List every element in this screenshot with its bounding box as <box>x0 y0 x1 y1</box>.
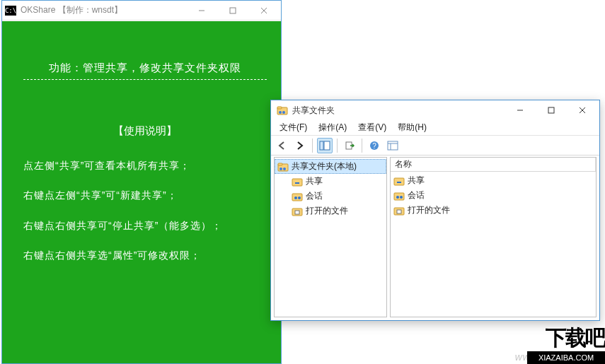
instruction-line: 右键点左侧“共享”可“新建共享”； <box>23 187 267 203</box>
list-pane[interactable]: 名称 共享 会话 <box>390 157 597 317</box>
properties-button[interactable] <box>385 138 401 153</box>
back-button[interactable] <box>274 138 289 153</box>
okshare-body: 功能：管理共享，修改共享文件夹权限 【使用说明】 点左侧“共享”可查看本机所有共… <box>2 21 281 363</box>
properties-icon <box>387 141 398 151</box>
menubar: 文件(F) 操作(A) 查看(V) 帮助(H) <box>271 120 599 136</box>
maximize-button[interactable] <box>536 102 567 118</box>
svg-rect-29 <box>295 211 299 214</box>
toolbar-separator <box>337 139 338 153</box>
open-files-icon <box>393 205 405 216</box>
svg-point-7 <box>282 111 285 114</box>
toolbar: ? <box>271 136 599 155</box>
tree-item-shares[interactable]: 共享 <box>275 174 386 189</box>
tree-root[interactable]: 共享文件夹(本地) <box>275 159 386 174</box>
divider <box>23 79 267 80</box>
menu-action[interactable]: 操作(A) <box>314 120 351 135</box>
svg-point-6 <box>279 111 282 114</box>
shares-icon <box>393 175 405 187</box>
shared-folders-titlebar[interactable]: 共享文件夹 <box>271 100 599 120</box>
tree-item-open-files[interactable]: 打开的文件 <box>275 204 386 218</box>
svg-rect-1 <box>230 8 236 13</box>
svg-rect-31 <box>394 193 404 200</box>
svg-rect-13 <box>324 141 330 150</box>
tree-pane[interactable]: 共享文件夹(本地) 共享 会话 打开的文件 <box>274 157 387 317</box>
list-item-shares[interactable]: 共享 <box>391 173 596 188</box>
open-files-icon <box>292 206 303 217</box>
menu-help[interactable]: 帮助(H) <box>393 120 431 135</box>
tree-root-label: 共享文件夹(本地) <box>292 160 357 172</box>
minimize-button[interactable] <box>505 102 536 118</box>
instructions: 点左侧“共享”可查看本机所有共享； 右键点左侧“共享”可“新建共享”； 右键点右… <box>23 158 267 264</box>
toolbar-separator <box>362 139 362 153</box>
forward-button[interactable] <box>292 138 308 153</box>
column-header-name[interactable]: 名称 <box>395 158 412 170</box>
forward-icon <box>295 141 305 151</box>
svg-point-33 <box>400 196 403 199</box>
sessions-icon <box>393 190 405 201</box>
list-item-label: 打开的文件 <box>408 204 450 216</box>
help-icon: ? <box>369 141 379 151</box>
watermark-text: www.xiazaiba.com <box>515 351 602 363</box>
show-hide-tree-button[interactable] <box>317 138 333 153</box>
list-item-label: 共享 <box>408 175 425 187</box>
close-button[interactable] <box>567 102 598 118</box>
watermark-logo-sub: XIAZAIBA.COM <box>527 351 605 364</box>
svg-rect-5 <box>277 107 282 109</box>
tree-item-label: 会话 <box>306 190 323 202</box>
okshare-title: OKShare 【制作：wnsdt】 <box>21 4 186 16</box>
tree-item-label: 共享 <box>306 175 323 187</box>
minimize-button[interactable] <box>186 2 217 19</box>
shared-folder-app-icon <box>277 105 288 116</box>
list-body: 共享 会话 打开的文件 <box>391 172 596 317</box>
shares-icon <box>292 176 303 187</box>
menu-view[interactable]: 查看(V) <box>354 120 391 135</box>
close-button[interactable] <box>248 2 280 19</box>
shared-folders-window: 共享文件夹 文件(F) 操作(A) 查看(V) 帮助(H) <box>270 100 600 321</box>
svg-rect-12 <box>320 141 323 150</box>
back-icon <box>277 141 287 151</box>
svg-text:?: ? <box>372 142 376 150</box>
tree-item-sessions[interactable]: 会话 <box>275 189 386 204</box>
help-button[interactable]: ? <box>367 138 382 153</box>
shared-folders-title: 共享文件夹 <box>292 105 505 117</box>
okshare-titlebar[interactable]: C:\ OKShare 【制作：wnsdt】 <box>2 1 281 20</box>
client-area: 共享文件夹(本地) 共享 会话 打开的文件 <box>274 157 597 317</box>
usage-heading: 【使用说明】 <box>23 122 267 139</box>
svg-point-32 <box>396 196 399 199</box>
okshare-heading: 功能：管理共享，修改共享文件夹权限 <box>23 59 267 76</box>
svg-rect-21 <box>278 163 282 165</box>
sessions-icon <box>292 191 303 202</box>
export-list-button[interactable] <box>342 138 357 153</box>
list-item-open-files[interactable]: 打开的文件 <box>391 203 596 218</box>
svg-point-22 <box>280 168 282 170</box>
toolbar-separator <box>312 139 313 153</box>
console-icon: C:\ <box>5 6 16 16</box>
svg-rect-17 <box>388 141 398 150</box>
instruction-line: 右键点右侧共享可“停止共享”（能多选）； <box>23 218 267 233</box>
svg-rect-25 <box>292 194 302 201</box>
instruction-line: 点左侧“共享”可查看本机所有共享； <box>23 158 267 173</box>
show-hide-tree-icon <box>319 141 330 151</box>
menu-file[interactable]: 文件(F) <box>275 120 311 135</box>
export-list-icon <box>345 141 355 151</box>
svg-point-26 <box>294 196 297 199</box>
svg-point-23 <box>283 168 286 170</box>
watermark-logo-glyph: 下载吧 <box>546 324 605 353</box>
okshare-window: C:\ OKShare 【制作：wnsdt】 功能：管理共享，修改共享文件夹权限… <box>1 0 282 364</box>
list-item-sessions[interactable]: 会话 <box>391 188 596 203</box>
instruction-line: 右键点右侧共享选“属性”可修改权限； <box>23 247 267 263</box>
tree-item-label: 打开的文件 <box>306 205 348 217</box>
watermark-logo: 下载吧 XIAZAIBA.COM <box>527 327 605 364</box>
svg-rect-35 <box>397 210 401 213</box>
svg-point-27 <box>298 196 301 199</box>
list-header[interactable]: 名称 <box>391 158 596 172</box>
maximize-button[interactable] <box>217 2 248 19</box>
shared-folder-icon <box>277 161 289 172</box>
list-item-label: 会话 <box>408 189 425 201</box>
svg-rect-9 <box>548 107 554 113</box>
